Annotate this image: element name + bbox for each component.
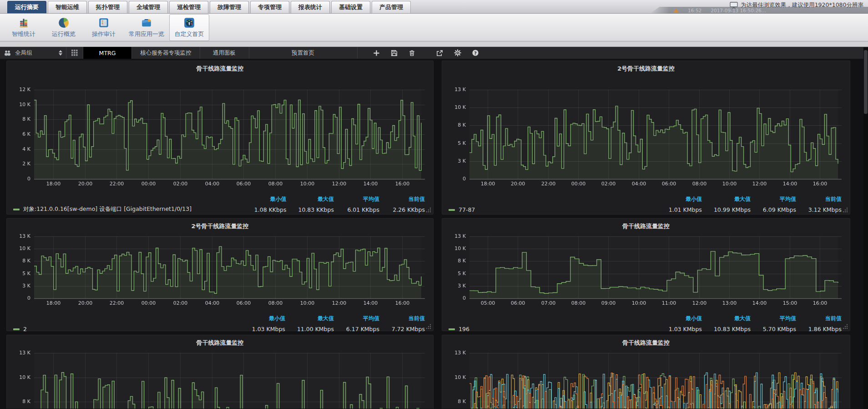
stat-label: 当前值 bbox=[391, 315, 425, 322]
nav-tab-8[interactable]: 报表统计 bbox=[291, 1, 330, 13]
nav-tab-6[interactable]: 故障管理 bbox=[210, 1, 249, 13]
traffic-chart-canvas[interactable] bbox=[12, 232, 428, 308]
ribbon-item-label: 常用应用一览 bbox=[129, 30, 164, 38]
stat-label: 最小值 bbox=[668, 315, 702, 322]
legend-block: 最小值1.03 KMbps最大值11.00 KMbps平均值6.17 KMbps… bbox=[12, 315, 428, 332]
stat-col-4: 当前值2.26 KKbps bbox=[391, 195, 425, 213]
stats-row: 最小值1.01 KMbps最大值10.99 KMbps平均值6.09 KMbps… bbox=[448, 195, 844, 213]
legend-marker bbox=[449, 209, 455, 211]
stat-value: 1.03 KMbps bbox=[668, 326, 702, 332]
stat-label: 当前值 bbox=[391, 195, 425, 203]
nav-tab-7[interactable]: 专项管理 bbox=[250, 1, 289, 13]
traffic-chart-canvas[interactable] bbox=[448, 74, 844, 189]
delete-dashboard-button[interactable] bbox=[407, 47, 418, 58]
gauge-icon bbox=[183, 17, 195, 29]
panel-resize-handle[interactable] bbox=[843, 324, 848, 329]
ribbon-item-ops-stats[interactable]: 智维统计 bbox=[4, 14, 44, 41]
legend-item[interactable]: 196 bbox=[449, 326, 469, 332]
stat-label: 最小值 bbox=[252, 195, 286, 203]
nav-tab-3[interactable]: 拓扑管理 bbox=[88, 1, 127, 13]
nav-tab-1[interactable]: 运行摘要 bbox=[7, 1, 46, 13]
stats-books-icon bbox=[18, 17, 30, 29]
warning-icon bbox=[673, 8, 679, 13]
nav-tab-4[interactable]: 全域管理 bbox=[129, 1, 168, 13]
stat-col-3: 平均值6.01 KKbps bbox=[346, 195, 379, 213]
stat-label: 最大值 bbox=[298, 195, 334, 203]
dashboard-tab-2[interactable]: 核心服务器专项监控 bbox=[132, 47, 200, 59]
legend-series-name: 196 bbox=[459, 326, 469, 332]
stat-col-2: 最大值10.83 KKbps bbox=[298, 195, 334, 213]
nav-tab-10[interactable]: 产品管理 bbox=[372, 1, 411, 13]
main-nav-bar: 运行摘要智能运维拓扑管理全域管理巡检管理故障管理专项管理报表统计基础设置产品管理… bbox=[0, 0, 868, 14]
ribbon-item-common-apps[interactable]: 常用应用一览 bbox=[124, 14, 169, 41]
dashboard-actions: ? bbox=[371, 47, 481, 59]
stat-col-1: 最小值1.08 KKbps bbox=[252, 195, 286, 213]
spinner-arrows-icon bbox=[59, 50, 62, 56]
traffic-chart-canvas[interactable] bbox=[12, 348, 428, 409]
help-button[interactable]: ? bbox=[470, 47, 481, 58]
nav-tab-9[interactable]: 基础设置 bbox=[331, 1, 370, 13]
group-icon bbox=[4, 50, 11, 56]
ticker-text: 2017-09-13 16:50:26... bbox=[711, 8, 766, 13]
stat-value: 6.01 KKbps bbox=[346, 206, 379, 213]
stat-col-1: 最小值1.03 KMbps bbox=[252, 315, 285, 332]
panel-resize-handle[interactable] bbox=[843, 207, 848, 213]
stat-value: 3.12 KMbps bbox=[808, 206, 842, 213]
nav-tab-2[interactable]: 智能运维 bbox=[48, 1, 87, 13]
legend-item[interactable]: 2 bbox=[13, 326, 27, 332]
nav-tab-5[interactable]: 巡检管理 bbox=[169, 1, 208, 13]
save-dashboard-button[interactable] bbox=[389, 47, 400, 58]
open-external-button[interactable] bbox=[434, 47, 445, 58]
panel-resize-handle[interactable] bbox=[426, 207, 431, 213]
dashboard-tab-3[interactable]: 通用面板 bbox=[200, 47, 249, 59]
dashboard-tab-4[interactable]: 预置首页 bbox=[249, 47, 358, 59]
grid-icon bbox=[71, 50, 78, 56]
add-panel-button[interactable] bbox=[371, 47, 382, 58]
help-icon: ? bbox=[472, 49, 479, 56]
quick-launch-toolbar: 智维统计 运行概览 操作审计 常用应用一览 bbox=[0, 14, 868, 41]
traffic-chart-canvas[interactable] bbox=[12, 74, 428, 189]
chart-panel-6: 骨干线路流量监控 bbox=[442, 335, 850, 409]
stat-col-2: 最大值10.83 KMbps bbox=[714, 315, 751, 332]
group-select[interactable]: 全局组 bbox=[0, 47, 66, 59]
dashboard-tab-1[interactable]: MTRG bbox=[83, 47, 132, 59]
stats-row: 最小值1.03 KMbps最大值10.83 KMbps平均值5.70 KMbps… bbox=[448, 315, 844, 332]
chart-panel-5: 骨干线路流量监控 bbox=[6, 335, 434, 409]
stat-col-1: 最小值1.01 KMbps bbox=[668, 195, 702, 213]
stat-value: 2.26 KKbps bbox=[391, 206, 425, 213]
stat-label: 当前值 bbox=[808, 195, 842, 203]
stats-row: 最小值1.03 KMbps最大值11.00 KMbps平均值6.17 KMbps… bbox=[12, 315, 428, 332]
stat-label: 平均值 bbox=[762, 195, 796, 203]
chart-panel-4: 骨干线路流量监控最小值1.03 KMbps最大值10.83 KMbps平均值5.… bbox=[442, 218, 850, 331]
panel-title: 2号骨干线路流量监控 bbox=[448, 64, 844, 73]
panel-title: 骨干线路流量监控 bbox=[448, 222, 844, 231]
legend-item[interactable]: 对象:121.0.0.16[sw-demo] 设备端口 [GigabitEthe… bbox=[13, 205, 192, 213]
legend-series-name: 2 bbox=[23, 326, 27, 332]
legend-item[interactable]: 77-87 bbox=[449, 206, 475, 213]
ribbon-item-label: 智维统计 bbox=[12, 30, 35, 38]
traffic-chart-canvas[interactable] bbox=[448, 348, 844, 409]
stat-value: 1.08 KKbps bbox=[252, 206, 286, 213]
group-select-value: 全局组 bbox=[15, 49, 55, 57]
scrollbar-thumb[interactable] bbox=[864, 50, 868, 114]
gear-icon bbox=[454, 49, 461, 56]
stat-label: 最大值 bbox=[297, 315, 334, 322]
stat-label: 最大值 bbox=[714, 315, 751, 322]
stat-label: 平均值 bbox=[346, 315, 379, 322]
settings-button[interactable] bbox=[452, 47, 463, 58]
panel-resize-handle[interactable] bbox=[426, 324, 431, 329]
ribbon-item-custom-home[interactable]: 自定义首页 bbox=[169, 14, 209, 41]
stat-col-3: 平均值6.09 KMbps bbox=[762, 195, 796, 213]
dashboard-panels-area: 骨干线路流量监控最小值1.08 KKbps最大值10.83 KKbps平均值6.… bbox=[0, 59, 868, 409]
stat-value: 5.70 KMbps bbox=[762, 326, 796, 332]
vertical-scrollbar[interactable] bbox=[863, 47, 868, 409]
chart-panel-3: 2号骨干线路流量监控最小值1.03 KMbps最大值11.00 KMbps平均值… bbox=[6, 218, 434, 331]
chart-panel-2: 2号骨干线路流量监控最小值1.01 KMbps最大值10.99 KMbps平均值… bbox=[442, 61, 850, 215]
plus-icon bbox=[373, 50, 380, 56]
ribbon-item-audit[interactable]: 操作审计 bbox=[84, 14, 124, 41]
traffic-chart-canvas[interactable] bbox=[448, 232, 844, 308]
stat-col-4: 当前值7.72 KMbps bbox=[391, 315, 425, 332]
ribbon-item-overview[interactable]: 运行概览 bbox=[44, 14, 84, 41]
stat-value: 11.00 KMbps bbox=[297, 326, 334, 332]
layout-grid-button[interactable] bbox=[66, 47, 83, 59]
